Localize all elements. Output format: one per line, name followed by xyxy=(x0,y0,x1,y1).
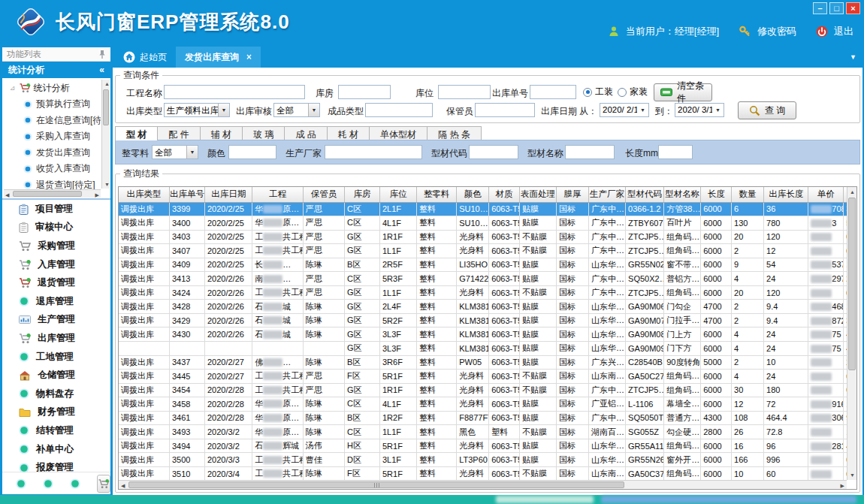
tree-item[interactable]: 采购入库查询 xyxy=(4,128,101,145)
material-tab[interactable]: 成 品 xyxy=(284,126,327,140)
radio-jiazhuang[interactable]: 家装 xyxy=(618,86,648,98)
tab-list-dropdown-icon[interactable]: ▼ xyxy=(850,53,856,61)
keeper-input[interactable] xyxy=(475,103,535,117)
logout-link[interactable]: 退出 xyxy=(834,25,853,38)
column-header[interactable]: 保管员 xyxy=(303,187,344,202)
tree-item[interactable]: 退货查询[待定] xyxy=(4,177,101,190)
audit-combo[interactable]: 全部 ▼ xyxy=(273,103,320,117)
material-tab[interactable]: 单体型材 xyxy=(369,126,427,140)
column-header[interactable]: 生产厂家 xyxy=(588,187,625,202)
column-header[interactable]: 长度 xyxy=(701,187,732,202)
tab-close-icon[interactable]: × xyxy=(246,52,252,62)
scroll-down-icon[interactable]: ▼ xyxy=(850,472,855,478)
search-button[interactable]: 查 询 xyxy=(738,101,796,119)
table-row[interactable]: 调拨出库34282020/2/26石城陈琳G区2L4F整料KLM38176063… xyxy=(119,300,847,314)
column-header[interactable]: 工程 xyxy=(252,187,303,202)
table-row[interactable]: 调拨出库34542020/2/28工共工程严思G区1R1F整料光身料6063-T… xyxy=(119,383,847,397)
date-to-picker[interactable]: 2020/ 3/16 ▼ xyxy=(675,103,724,117)
material-tab[interactable]: 辅 材 xyxy=(200,126,243,140)
column-header[interactable]: 库房 xyxy=(344,187,379,202)
table-row[interactable]: 调拨出库34002020/2/25华原…严思C区4L1F整料SU10…6063-… xyxy=(119,216,847,231)
scroll-right-icon[interactable]: ▶ xyxy=(95,192,99,198)
table-row[interactable]: 调拨出库34072020/2/25工共工程严思G区1L1F整料光身料6063-T… xyxy=(119,244,847,258)
tab-home[interactable]: 起始页 xyxy=(114,47,176,68)
warehouse-input[interactable] xyxy=(338,85,391,99)
combo-arrow-icon[interactable]: ▼ xyxy=(186,146,198,158)
sidebar-menu-item[interactable]: 生产管理 xyxy=(2,311,110,330)
combo-arrow-icon[interactable]: ▼ xyxy=(712,104,724,116)
scroll-up-icon[interactable]: ▲ xyxy=(104,81,110,86)
grid-horizontal-scrollbar[interactable]: ◀ ▶ xyxy=(119,480,847,489)
close-window-button[interactable]: × xyxy=(846,2,860,14)
project-name-input[interactable] xyxy=(164,85,305,99)
sidebar-menu-item[interactable]: 出库管理 xyxy=(2,329,110,348)
dot-green-icon[interactable] xyxy=(16,478,26,489)
column-header[interactable]: 颜色 xyxy=(457,187,489,202)
tree-expand-icon[interactable]: ⊿ xyxy=(10,84,16,92)
sidebar-menu-item[interactable]: 审核中心 xyxy=(2,219,110,237)
table-row[interactable]: 调拨出库34942020/3/2石辉城汤伟H区5R1F整料光身料6063-T5贴… xyxy=(119,439,847,453)
sidebar-menu-item[interactable]: 退货管理 xyxy=(2,273,110,292)
profile-name-input[interactable] xyxy=(565,145,615,159)
sidebar-menu-item[interactable]: 工地管理 xyxy=(2,348,110,367)
maximize-button[interactable]: □ xyxy=(829,2,844,14)
tree-item[interactable]: 预算执行查询 xyxy=(4,96,101,113)
change-password-link[interactable]: 修改密码 xyxy=(757,25,796,38)
order-no-input[interactable] xyxy=(530,85,576,99)
scroll-down-icon[interactable]: ▼ xyxy=(104,182,110,187)
tree-item[interactable]: 发货出库查询 xyxy=(4,145,101,161)
column-header[interactable]: 型材名称 xyxy=(664,187,701,202)
table-row[interactable]: 调拨出库34932020/3/2华原…陈琳C区1L1F整料黑色塑料不贴膜国标湖南… xyxy=(119,425,847,439)
sidebar-menu-item[interactable]: 入库管理 xyxy=(2,255,110,274)
material-tab[interactable]: 玻 璃 xyxy=(242,126,285,140)
sidebar-menu-item[interactable]: 结转管理 xyxy=(2,421,110,440)
sidebar-menu-item[interactable]: 补单中心 xyxy=(2,440,110,459)
scroll-left-icon[interactable]: ◀ xyxy=(5,192,9,198)
tree-horizontal-scrollbar[interactable]: ◀ ▶ xyxy=(4,189,101,198)
combo-arrow-icon[interactable]: ▼ xyxy=(218,104,229,116)
sidebar-menu-item[interactable]: 项目管理 xyxy=(2,200,110,219)
column-header[interactable]: 型材代码 xyxy=(626,187,664,202)
material-tab[interactable]: 隔 热 条 xyxy=(427,126,482,140)
length-input[interactable] xyxy=(658,145,693,159)
table-row[interactable]: 调拨出库35002020/3/3工共工程曹佳D区3L1F整料LT3P606063… xyxy=(119,453,847,467)
minimize-button[interactable]: – xyxy=(813,2,827,14)
cart-shortcut-button[interactable] xyxy=(97,475,110,493)
table-row[interactable]: 调拨出库34292020/2/26石城陈琳G区5R2F整料KLM38176063… xyxy=(119,313,847,327)
table-row[interactable]: 调拨出库34092020/2/25长…陈琳B区2R5F整料LI35HO6063-… xyxy=(119,258,847,272)
table-row[interactable]: 调拨出库34612020/2/28华原…陈琳B区1R2F整料F8877FT606… xyxy=(119,411,847,425)
dot-green-icon[interactable] xyxy=(70,478,80,489)
column-header[interactable]: 出库长度 xyxy=(764,187,808,202)
material-tab[interactable]: 型 材 xyxy=(115,126,158,140)
column-header[interactable]: 表面处理 xyxy=(520,187,557,202)
table-row[interactable]: 调拨出库33992020/2/25华原…严思C区2L1F整料SU10…6063-… xyxy=(119,202,847,216)
collapse-icon[interactable]: « xyxy=(99,65,104,75)
scroll-right-icon[interactable]: ▶ xyxy=(841,483,844,488)
combo-arrow-icon[interactable]: ▼ xyxy=(637,104,648,116)
maker-input[interactable] xyxy=(325,145,422,159)
product-type-input[interactable] xyxy=(365,103,433,117)
zhengling-combo[interactable]: 全部 ▼ xyxy=(152,145,198,159)
column-header[interactable]: 单价 xyxy=(808,187,844,202)
scroll-left-icon[interactable]: ◀ xyxy=(121,483,125,488)
table-row[interactable]: 调拨出库34452020/2/27工共工程严思F区5R1F整料光身料6063-T… xyxy=(119,370,847,384)
table-row[interactable]: 调拨出库34032020/2/25工共工程严思G区1R1F整料光身料6063-T… xyxy=(119,230,847,244)
material-tab[interactable]: 配 件 xyxy=(157,126,200,140)
location-input[interactable] xyxy=(438,85,491,99)
column-header[interactable]: 材质 xyxy=(489,187,520,202)
combo-arrow-icon[interactable]: ▼ xyxy=(308,104,319,116)
sidebar-menu-item[interactable]: 财务管理 xyxy=(2,403,110,422)
grid-vertical-scrollbar[interactable]: ▲ ▼ xyxy=(847,187,856,480)
color-input[interactable] xyxy=(228,145,276,159)
table-row[interactable]: 调拨出库34132020/2/26南…严思C区5R3F整料G714226063-… xyxy=(119,272,847,286)
column-header[interactable]: 出库单号 xyxy=(169,187,204,202)
tree-item[interactable]: 在途信息查询[待 xyxy=(4,113,101,129)
table-row[interactable]: 调拨出库34372020/2/27佛…陈琳B区3R6F整料PW056063-T5… xyxy=(119,355,847,370)
table-row[interactable]: 调拨出库34242020/2/26工共工程严思G区1L1F整料光身料6063-T… xyxy=(119,285,847,300)
table-row[interactable]: 调拨出库34302020/2/26石城陈琳G区3L3F整料KLM38176063… xyxy=(119,327,847,342)
sidebar-menu-item[interactable]: 物料盘存 xyxy=(2,385,110,403)
sidebar-menu-item[interactable]: 采购管理 xyxy=(2,237,110,255)
column-header[interactable]: 数量 xyxy=(732,187,764,202)
table-row[interactable]: 调拨出库34582020/2/28华原…陈琳C区4L1F整料光身料6063-T5… xyxy=(119,397,847,412)
tree-root-node[interactable]: ⊿ 统计分析 xyxy=(4,80,101,96)
